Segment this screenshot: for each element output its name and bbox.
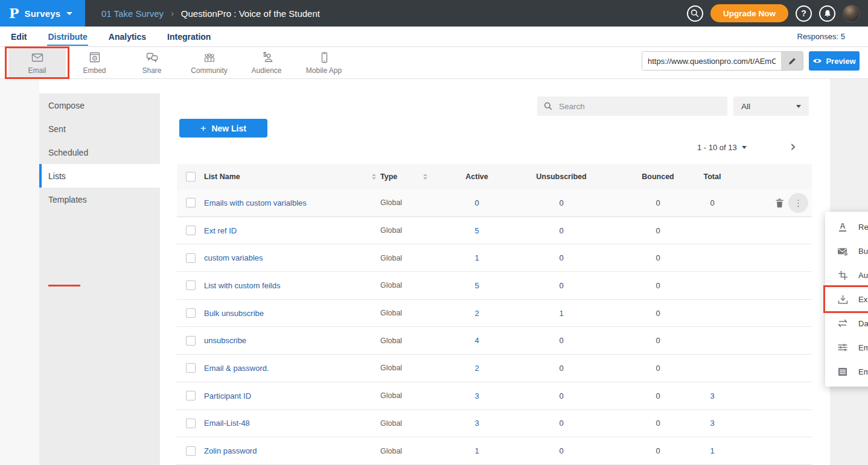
bounced-count: 0 (622, 419, 694, 428)
menu-item-data-sync[interactable]: Data Sync (825, 311, 868, 335)
list-name-link[interactable]: List with custom feilds (204, 281, 280, 290)
row-checkbox[interactable] (186, 391, 196, 400)
row-checkbox[interactable] (186, 336, 196, 346)
total-count: 1 (694, 446, 730, 455)
list-name-link[interactable]: Bulk unsubscribe (204, 309, 264, 318)
chevron-down-icon (742, 146, 747, 149)
row-checkbox[interactable] (186, 226, 196, 235)
pagination-next-button[interactable]: › (790, 138, 796, 155)
row-checkbox[interactable] (186, 253, 196, 263)
col-active: Active (453, 172, 501, 181)
row-checkbox[interactable] (186, 446, 196, 456)
channel-label: Audience (251, 66, 281, 75)
total-count: 0 (694, 198, 730, 207)
pagination-range[interactable]: 1 - 10 of 13 (697, 143, 747, 152)
notifications-bell-icon[interactable] (819, 5, 835, 22)
select-all-checkbox[interactable] (186, 172, 196, 182)
total-count: 3 (694, 391, 730, 400)
help-icon[interactable]: ? (796, 5, 812, 22)
tab-distribute[interactable]: Distribute (47, 28, 88, 46)
sidebar-item-scheduled[interactable]: Scheduled (39, 141, 160, 164)
survey-url-input[interactable] (642, 52, 781, 70)
sort-icon[interactable] (371, 173, 377, 180)
list-name-link[interactable]: Zolin password (204, 446, 257, 455)
list-name-link[interactable]: custom variables (204, 253, 263, 262)
menu-item-export-batch[interactable]: Export Batch (825, 287, 868, 311)
list-type: Global (380, 391, 402, 400)
tab-integration[interactable]: Integration (167, 28, 211, 46)
channel-label: Mobile App (306, 66, 342, 75)
channel-share[interactable]: Share (123, 47, 180, 78)
chevron-down-icon (66, 12, 72, 15)
export-batch-icon (837, 294, 848, 305)
community-icon (202, 51, 217, 65)
table-row[interactable]: Emails with custom varialbles Global 0 0… (177, 189, 812, 217)
unsubscribed-count: 0 (501, 226, 622, 235)
row-checkbox[interactable] (186, 198, 196, 207)
responses-count[interactable]: Responses: 5 (797, 32, 846, 41)
menu-item-rename[interactable]: A Rename (825, 215, 868, 239)
list-name-link[interactable]: Email-List-48 (204, 419, 250, 428)
list-name-link[interactable]: Email & password. (204, 364, 269, 373)
preview-button[interactable]: Preview (809, 51, 860, 71)
table-row[interactable]: custom variables Global 1 0 0 (177, 244, 812, 272)
active-count: 3 (453, 391, 501, 400)
row-checkbox[interactable] (186, 280, 196, 290)
menu-item-bulk-unsubscribe[interactable]: Bulk Unsubscribe (825, 239, 868, 263)
channel-mobile-app[interactable]: Mobile App (295, 47, 353, 78)
channel-items: Email Embed Share Community $ Audience M… (8, 47, 353, 78)
channel-audience[interactable]: $ Audience (238, 47, 295, 78)
delete-list-button[interactable] (773, 195, 787, 210)
table-row[interactable]: Ext ref ID Global 5 0 0 (177, 217, 812, 245)
edit-url-button[interactable] (781, 52, 803, 70)
table-row[interactable]: Email-List-48 Global 3 0 0 3 (177, 410, 812, 438)
table-row[interactable]: Zolin password Global 1 0 0 1 (177, 437, 812, 465)
row-menu-button[interactable]: ⋮ (788, 193, 808, 213)
user-avatar[interactable] (843, 5, 860, 22)
table-row[interactable]: unsubscribe Global 4 0 0 (177, 327, 812, 355)
col-type: Type (380, 172, 397, 181)
table-row[interactable]: List with custom feilds Global 5 0 0 (177, 272, 812, 300)
survey-nav-bar: Edit Distribute Analytics Integration Re… (0, 27, 868, 47)
filter-dropdown[interactable]: All (733, 96, 809, 116)
sidebar-item-lists[interactable]: Lists (39, 164, 160, 188)
search-input[interactable] (558, 101, 721, 112)
list-name-link[interactable]: Participant ID (204, 391, 251, 400)
table-row[interactable]: Bulk unsubscribe Global 2 1 0 (177, 300, 812, 327)
menu-item-email-filter[interactable]: Email Filter (825, 335, 868, 359)
unsubscribed-count: 1 (501, 309, 622, 318)
channel-embed[interactable]: Embed (66, 47, 123, 78)
list-type: Global (380, 281, 402, 289)
row-checkbox[interactable] (186, 308, 196, 318)
table-row[interactable]: Email & password. Global 2 0 0 (177, 355, 812, 382)
row-checkbox[interactable] (186, 363, 196, 373)
surveys-menu[interactable]: P Surveys (0, 0, 85, 27)
list-name-link[interactable]: Emails with custom varialbles (204, 198, 307, 207)
table-row[interactable]: Participant ID Global 3 0 0 3 (177, 382, 812, 410)
active-count: 2 (453, 364, 501, 373)
sidebar-item-compose[interactable]: Compose (39, 93, 160, 117)
channel-label: Share (142, 66, 161, 75)
menu-item-label: Rename (858, 223, 868, 232)
filter-value: All (741, 102, 750, 111)
breadcrumb-survey-link[interactable]: 01 Take Survey (101, 8, 164, 19)
tab-analytics[interactable]: Analytics (108, 28, 147, 46)
bounced-count: 0 (622, 226, 694, 235)
tab-edit[interactable]: Edit (10, 28, 27, 46)
channel-email[interactable]: Email (8, 47, 66, 78)
menu-item-automated-import-tool[interactable]: Automated Import Tool (825, 263, 868, 287)
sort-icon[interactable] (423, 173, 428, 180)
unsubscribed-count: 0 (501, 281, 622, 290)
upgrade-now-button[interactable]: Upgrade Now (710, 4, 788, 22)
sidebar-item-templates[interactable]: Templates (39, 188, 160, 211)
channel-community[interactable]: Community (180, 47, 238, 78)
row-checkbox[interactable] (186, 419, 196, 428)
bounced-count: 0 (622, 391, 694, 400)
menu-item-email-template-settings[interactable]: Email Template Settings (825, 359, 868, 384)
list-name-link[interactable]: Ext ref ID (204, 226, 237, 235)
sidebar-item-sent[interactable]: Sent (39, 117, 160, 141)
search-icon[interactable] (687, 5, 703, 22)
list-name-link[interactable]: unsubscribe (204, 336, 246, 345)
active-count: 3 (453, 419, 501, 428)
new-list-button[interactable]: + New List (179, 119, 267, 138)
